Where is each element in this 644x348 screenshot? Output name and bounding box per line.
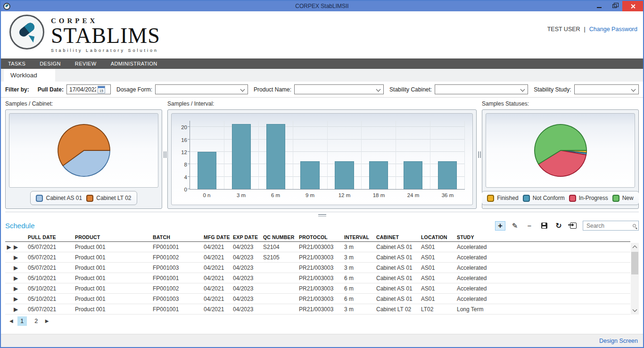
next-page-button[interactable]: ▶ [44, 318, 50, 323]
menu-bar: TASKSDESIGNREVIEWADMINISTRATION [1, 58, 643, 69]
pull-date-field: 15 [66, 84, 111, 94]
row-selected-indicator [5, 294, 13, 304]
run-sample-button[interactable]: ▶ [13, 273, 27, 283]
run-sample-button[interactable]: ▶ [13, 252, 27, 263]
dosage-form-label: Dosage Form: [116, 86, 152, 93]
window-title: CORPEX StabLIMSII [1, 3, 643, 9]
edit-button[interactable]: ✎ [510, 221, 520, 231]
stability-study-select[interactable] [574, 84, 639, 94]
vertical-splitter[interactable] [477, 100, 482, 209]
table-row[interactable]: ▶05/10/2021Product 001FP00100104/202104/… [5, 273, 630, 283]
table-row[interactable]: ▶05/07/2021Product 001FP00100204/202104/… [5, 252, 630, 263]
run-sample-button[interactable]: ▶ [13, 294, 27, 304]
cell-batch: FP001002 [152, 283, 203, 294]
stability-cabinet-select[interactable] [435, 84, 528, 94]
pull-date-link[interactable]: 05/10/2021 [27, 294, 74, 304]
cell-location: AS01 [420, 263, 456, 273]
table-row[interactable]: ▶05/10/2021Product 001FP00100204/202104/… [5, 283, 630, 294]
cell-location: AS01 [420, 242, 456, 252]
page-2[interactable]: 2 [32, 316, 41, 326]
column-header-exp-date[interactable]: EXP DATE [232, 233, 262, 242]
cell-mfg-date: 04/2021 [203, 273, 232, 283]
cell-interval: 3 m [343, 242, 375, 252]
schedule-toolbar: + ✎ − ↻ [495, 221, 639, 231]
column-header-study[interactable]: STUDY [456, 233, 630, 242]
export-button[interactable] [568, 221, 578, 231]
table-row[interactable]: ▶05/07/2021Product 001FP00100104/202104/… [5, 304, 630, 315]
cell-location: AS01 [420, 283, 456, 294]
column-header-batch[interactable]: BATCH [152, 233, 203, 242]
cell-cabinet: Cabinet AS 01 [375, 242, 420, 252]
legend-item-cabinet-lt-02: Cabinet LT 02 [86, 195, 131, 202]
row-selected-indicator [5, 304, 13, 315]
bar-9m [300, 161, 319, 189]
bar-12m [335, 161, 354, 189]
search-icon[interactable] [633, 224, 636, 227]
page-1[interactable]: 1 [17, 316, 27, 326]
brand-name-main: STABLIMS [51, 25, 160, 47]
pull-date-link[interactable]: 05/07/2021 [27, 263, 74, 273]
stability-study-label: Stability Study: [534, 86, 571, 93]
refresh-button[interactable]: ↻ [553, 221, 564, 231]
run-sample-button[interactable]: ▶ [13, 242, 27, 252]
brand-tagline: Stability Laboratory Solution [51, 48, 160, 53]
menu-item-review[interactable]: REVIEW [68, 61, 104, 66]
table-row[interactable]: ▶05/10/2021Product 001FP00100304/202104/… [5, 294, 630, 304]
change-password-link[interactable]: Change Password [589, 26, 637, 33]
save-button[interactable] [539, 221, 549, 231]
table-scrollbar[interactable] [631, 243, 639, 315]
column-header-cabinet[interactable]: CABINET [375, 233, 420, 242]
run-sample-button[interactable]: ▶ [13, 263, 27, 273]
close-icon [630, 4, 636, 9]
cell-protocol: PR21/003003 [298, 304, 343, 315]
tab-workload[interactable]: Workload [4, 69, 55, 82]
add-button[interactable]: + [495, 221, 505, 231]
pull-date-link[interactable]: 05/07/2021 [27, 242, 74, 252]
column-header-product[interactable]: PRODUCT [74, 233, 152, 242]
cell-study: Accelerated [456, 294, 630, 304]
column-header-interval[interactable]: INTERVAL [343, 233, 375, 242]
scroll-down-button[interactable] [631, 307, 639, 315]
pull-date-link[interactable]: 05/07/2021 [27, 252, 74, 263]
cell-mfg-date: 04/2021 [203, 252, 232, 263]
scroll-up-button[interactable] [631, 243, 639, 251]
cell-location: AS01 [420, 252, 456, 263]
run-sample-button[interactable]: ▶ [13, 283, 27, 294]
menu-item-administration[interactable]: ADMINISTRATION [104, 61, 165, 66]
pull-date-input[interactable] [67, 86, 97, 93]
dosage-form-select[interactable] [155, 84, 248, 94]
minimize-button[interactable] [591, 1, 607, 11]
pull-date-link[interactable]: 05/10/2021 [27, 273, 74, 283]
legend-swatch-icon [36, 195, 43, 202]
table-row[interactable]: ▶05/07/2021Product 001FP00100304/202104/… [5, 263, 630, 273]
menu-item-tasks[interactable]: TASKS [1, 61, 33, 66]
table-row[interactable]: ▶▶05/07/2021Product 001FP00100104/202104… [5, 242, 630, 252]
column-header-qc-number[interactable]: QC NUMBER [262, 233, 298, 242]
menu-item-design[interactable]: DESIGN [33, 61, 68, 66]
column-header-location[interactable]: LOCATION [420, 233, 456, 242]
column-header-pull-date[interactable]: PULL DATE [27, 233, 74, 242]
pull-date-link[interactable]: 05/10/2021 [27, 283, 74, 294]
run-sample-button[interactable]: ▶ [13, 304, 27, 315]
horizontal-splitter[interactable] [5, 212, 639, 218]
cell-protocol: PR21/003003 [298, 242, 343, 252]
column-header-protocol[interactable]: PROTOCOL [298, 233, 343, 242]
column-header-mfg-date[interactable]: MFG DATE [203, 233, 232, 242]
product-name-select[interactable] [294, 84, 384, 94]
cell-qc-number [262, 263, 298, 273]
close-button[interactable] [622, 1, 643, 11]
chevron-down-icon [631, 87, 636, 92]
vertical-splitter[interactable] [162, 100, 167, 209]
cell-product: Product 001 [74, 252, 152, 263]
pull-date-link[interactable]: 05/07/2021 [27, 304, 74, 315]
remove-button[interactable]: − [524, 221, 535, 231]
restore-button[interactable] [607, 1, 622, 11]
samples-statuses-panel: FinishedNot ConformIn-ProgressNew [482, 109, 639, 209]
prev-page-button[interactable]: ◀ [8, 318, 15, 323]
design-screen-link[interactable]: Design Screen [599, 338, 638, 344]
search-input[interactable] [586, 222, 633, 230]
cell-cabinet: Cabinet AS 01 [375, 252, 420, 263]
scroll-thumb[interactable] [631, 252, 638, 274]
calendar-icon[interactable]: 15 [98, 86, 105, 93]
legend-item-new: New [612, 195, 634, 202]
